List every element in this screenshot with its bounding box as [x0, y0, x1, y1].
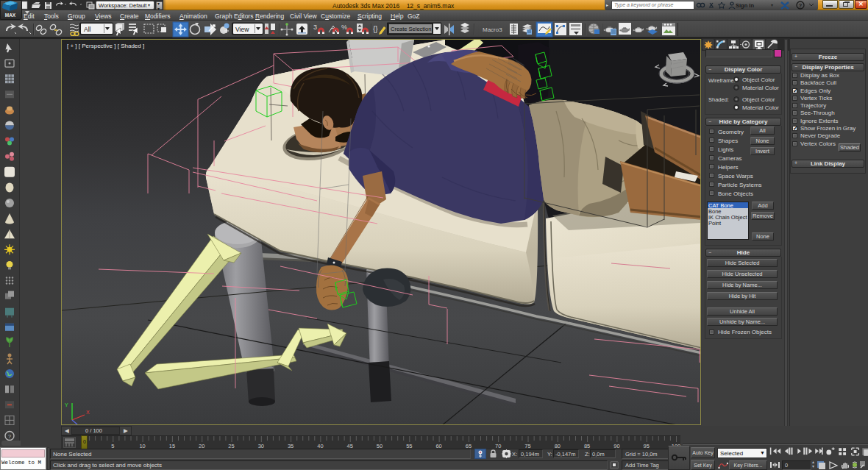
- svg-text:Create Selection Se: Create Selection Se: [391, 26, 440, 32]
- svg-text:?: ?: [799, 2, 803, 9]
- svg-text:{}: {}: [373, 25, 378, 33]
- svg-text:90: 90: [613, 443, 619, 449]
- svg-text:Macro3: Macro3: [483, 26, 502, 33]
- svg-text:View: View: [235, 26, 249, 33]
- svg-text:MAX: MAX: [5, 13, 16, 18]
- svg-text:3: 3: [313, 24, 317, 31]
- svg-text:?: ?: [8, 433, 12, 440]
- svg-text:85: 85: [584, 443, 590, 449]
- svg-text:X: X: [86, 410, 90, 415]
- svg-text:Y: Y: [65, 402, 68, 407]
- svg-text:%: %: [341, 24, 347, 31]
- svg-text:80: 80: [555, 443, 561, 449]
- svg-text:75: 75: [524, 443, 530, 449]
- svg-text:All: All: [84, 26, 91, 33]
